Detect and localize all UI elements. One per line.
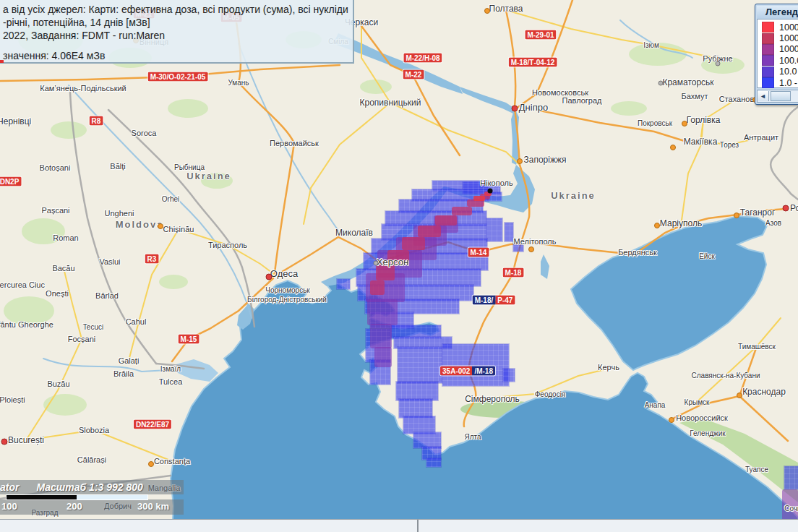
legend-value-label: 1000.0 - — [779, 44, 798, 54]
legend-value-label: 1.0 - — [779, 78, 797, 88]
legend-row: 100.0 - — [762, 55, 798, 66]
map-canvas — [0, 0, 798, 532]
legend-value-label: 100.0 - — [779, 56, 798, 66]
legend-title: Легенда — [757, 6, 798, 19]
legend-row: 100000.0 - — [762, 22, 798, 33]
scroll-left-button[interactable]: ◄ — [758, 91, 769, 101]
status-bar-divider — [417, 520, 419, 532]
legend-value-label: 100000.0 - — [779, 22, 798, 33]
legend-value-label: 10.0 - — [779, 66, 798, 77]
legend-row: 10.0 - — [762, 66, 798, 77]
legend-panel[interactable]: Легенда 100000.0 -10000.0 -1000.0 -100.0… — [755, 4, 798, 105]
legend-color-swatch — [762, 33, 774, 44]
legend-rows: 100000.0 -10000.0 -1000.0 -100.0 -10.0 -… — [757, 19, 798, 88]
infobox-line: -річні, потенційна, 14 днів [мЗв] — [3, 16, 348, 29]
legend-color-swatch — [762, 77, 774, 88]
bottom-status-bar — [0, 519, 798, 532]
legend-row: 1000.0 - — [762, 44, 798, 55]
legend-color-swatch — [762, 22, 774, 33]
infobox-red-mark — [0, 60, 4, 63]
infobox-line: значення: 4.06E4 мЗв — [3, 49, 348, 62]
legend-row: 10000.0 - — [762, 33, 798, 43]
map-viewport[interactable]: ПолтаваЧеркасиСмілаВінницяУманьКам’янець… — [0, 0, 798, 532]
legend-color-swatch — [762, 55, 774, 66]
infobox-line: 2022, Завдання: FDMT - run:Maren — [3, 29, 348, 42]
infobox-lines: а від усіх джерел: Карти: ефективна доза… — [3, 3, 348, 62]
legend-scrollbar[interactable]: ◄ — [757, 90, 798, 103]
legend-value-label: 10000.0 - — [779, 33, 798, 43]
infobox-line: а від усіх джерел: Карти: ефективна доза… — [3, 3, 348, 16]
map-title-infobox: а від усіх джерел: Карти: ефективна доза… — [0, 0, 354, 64]
legend-row: 1.0 - — [762, 77, 798, 88]
legend-color-swatch — [762, 44, 774, 55]
scrollbar-thumb[interactable] — [771, 91, 791, 101]
legend-color-swatch — [762, 66, 774, 77]
